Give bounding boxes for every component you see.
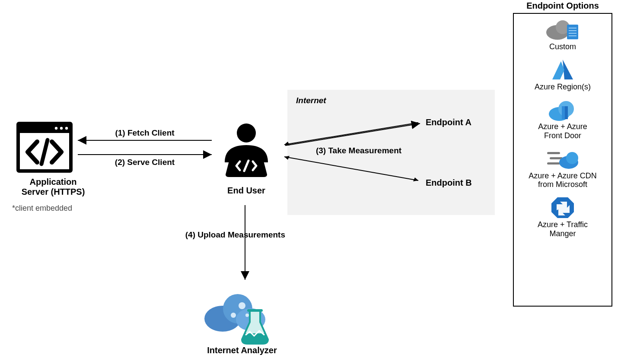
traffic-manager-icon [516, 195, 610, 220]
svg-rect-26 [567, 25, 578, 39]
svg-line-22 [284, 157, 418, 180]
svg-line-21 [284, 123, 418, 145]
diagram-canvas: Internet Endpoint A Endpoint B Applicati… [0, 0, 621, 364]
endpoint-options-title: Endpoint Options [513, 1, 612, 11]
svg-rect-37 [547, 162, 560, 165]
endpoint-option-custom: Custom [516, 17, 610, 51]
azure-cdn-icon [516, 146, 610, 171]
edge-fetch-client: (1) Fetch Client [99, 128, 190, 138]
svg-rect-34 [562, 106, 565, 119]
edge-upload-measurements: (4) Upload Measurements [164, 230, 285, 240]
endpoint-option-label: Azure + Traffic Manger [516, 220, 610, 238]
endpoint-option-azure-cdn: Azure + Azure CDN from Microsoft [516, 146, 610, 189]
svg-rect-35 [547, 152, 560, 154]
endpoint-option-azure-region: Azure Region(s) [516, 57, 610, 92]
front-door-icon [516, 97, 610, 122]
endpoint-option-label: Azure + Azure CDN from Microsoft [516, 171, 610, 189]
endpoint-option-label: Azure + Azure Front Door [516, 122, 610, 140]
endpoint-option-label: Azure Region(s) [516, 82, 610, 92]
endpoint-option-front-door: Azure + Azure Front Door [516, 97, 610, 140]
endpoint-option-traffic-manager: Azure + Traffic Manger [516, 195, 610, 238]
svg-point-39 [566, 152, 578, 164]
edge-serve-client: (2) Serve Client [99, 158, 190, 167]
endpoint-options-panel: Custom Azure Region(s) Azure + Azure [513, 13, 612, 307]
custom-server-icon [516, 17, 610, 42]
svg-line-17 [285, 123, 420, 146]
endpoint-option-label: Custom [516, 42, 610, 51]
azure-logo-icon [516, 57, 610, 82]
edge-take-measurement: (3) Take Measurement [303, 146, 415, 155]
